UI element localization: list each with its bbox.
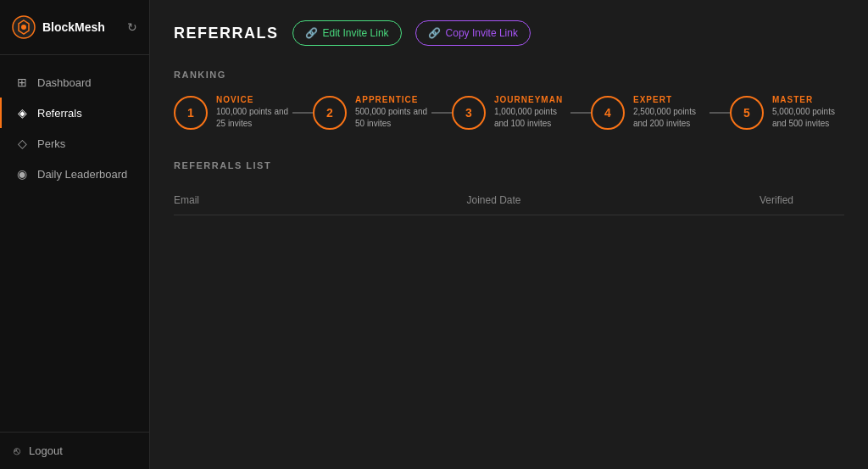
copy-btn-label: Copy Invite Link — [446, 27, 518, 39]
rank-circle-3: 3 — [452, 96, 486, 130]
sidebar-header: BlockMesh ↻ — [0, 0, 149, 55]
rank-name-3: JOURNEYMAN — [494, 95, 570, 104]
main-content: REFERRALS 🔗 Edit Invite Link 🔗 Copy Invi… — [150, 0, 868, 469]
rank-item-1: 1 NOVICE 100,000 points and 25 invites — [174, 95, 292, 130]
logout-button[interactable]: ⎋ Logout — [14, 444, 136, 457]
svg-point-2 — [21, 25, 26, 30]
logout-icon: ⎋ — [14, 444, 20, 457]
rank-desc-4: 2,500,000 points and 200 invites — [633, 106, 709, 130]
ranking-label: RANKING — [174, 70, 844, 80]
rank-info-5: MASTER 5,000,000 points and 500 invites — [772, 95, 844, 130]
rank-desc-2: 500,000 points and 50 invites — [355, 106, 431, 130]
sidebar-item-label: Daily Leaderboard — [37, 168, 127, 181]
rank-info-2: APPRENTICE 500,000 points and 50 invites — [355, 95, 431, 130]
refresh-icon[interactable]: ↻ — [127, 20, 137, 34]
rank-name-1: NOVICE — [216, 95, 292, 104]
rank-circle-2: 2 — [313, 96, 347, 130]
leaderboard-icon: ◉ — [15, 167, 29, 181]
connector-4 — [709, 112, 730, 114]
dashboard-icon: ⊞ — [15, 75, 29, 89]
rank-info-4: EXPERT 2,500,000 points and 200 invites — [633, 95, 709, 130]
rank-name-5: MASTER — [772, 95, 844, 104]
rank-desc-5: 5,000,000 points and 500 invites — [772, 106, 844, 130]
edit-invite-link-button[interactable]: 🔗 Edit Invite Link — [292, 20, 402, 46]
copy-link-icon: 🔗 — [428, 27, 441, 39]
rank-circle-5: 5 — [730, 96, 764, 130]
rank-name-2: APPRENTICE — [355, 95, 431, 104]
copy-invite-link-button[interactable]: 🔗 Copy Invite Link — [415, 20, 531, 46]
rank-desc-1: 100,000 points and 25 invites — [216, 106, 292, 130]
perks-icon: ◇ — [15, 137, 29, 150]
rank-info-1: NOVICE 100,000 points and 25 invites — [216, 95, 292, 130]
connector-2 — [431, 112, 452, 114]
rank-info-3: JOURNEYMAN 1,000,000 points and 100 invi… — [494, 95, 570, 130]
col-header-email: Email — [174, 194, 467, 206]
logo-icon — [12, 15, 36, 39]
connector-1 — [292, 112, 313, 114]
logout-label: Logout — [29, 444, 63, 457]
page-title: REFERRALS — [174, 25, 279, 42]
col-header-verified: Verified — [760, 194, 844, 206]
referrals-list-section: REFERRALS LIST Email Joined Date Verifie… — [174, 160, 844, 215]
ranking-section: RANKING 1 NOVICE 100,000 points and 25 i… — [174, 70, 844, 130]
referrals-icon: ◈ — [15, 106, 29, 120]
sidebar-item-referrals[interactable]: ◈ Referrals — [0, 98, 149, 128]
sidebar-item-label: Referrals — [37, 107, 82, 120]
rank-desc-3: 1,000,000 points and 100 invites — [494, 106, 570, 130]
sidebar-item-dashboard[interactable]: ⊞ Dashboard — [0, 67, 149, 98]
rank-item-5: 5 MASTER 5,000,000 points and 500 invite… — [730, 95, 844, 130]
table-header: Email Joined Date Verified — [174, 186, 844, 215]
rank-name-4: EXPERT — [633, 95, 709, 104]
sidebar-item-label: Perks — [37, 137, 65, 150]
connector-3 — [570, 112, 591, 114]
referrals-list-label: REFERRALS LIST — [174, 160, 844, 170]
rank-circle-1: 1 — [174, 96, 208, 130]
logo-area: BlockMesh — [12, 15, 105, 39]
edit-btn-label: Edit Invite Link — [323, 27, 389, 39]
page-header: REFERRALS 🔗 Edit Invite Link 🔗 Copy Invi… — [174, 20, 844, 46]
sidebar-nav: ⊞ Dashboard ◈ Referrals ◇ Perks ◉ Daily … — [0, 55, 149, 432]
ranking-track: 1 NOVICE 100,000 points and 25 invites 2… — [174, 95, 844, 130]
sidebar-item-label: Dashboard — [37, 76, 92, 89]
rank-item-3: 3 JOURNEYMAN 1,000,000 points and 100 in… — [452, 95, 570, 130]
rank-item-2: 2 APPRENTICE 500,000 points and 50 invit… — [313, 95, 431, 130]
edit-link-icon: 🔗 — [305, 27, 318, 39]
sidebar-footer: ⎋ Logout — [0, 432, 149, 469]
col-header-joined: Joined Date — [467, 194, 760, 206]
rank-circle-4: 4 — [591, 96, 625, 130]
sidebar: BlockMesh ↻ ⊞ Dashboard ◈ Referrals ◇ Pe… — [0, 0, 150, 469]
sidebar-item-leaderboard[interactable]: ◉ Daily Leaderboard — [0, 159, 149, 189]
sidebar-item-perks[interactable]: ◇ Perks — [0, 128, 149, 159]
rank-item-4: 4 EXPERT 2,500,000 points and 200 invite… — [591, 95, 709, 130]
app-name: BlockMesh — [42, 20, 105, 34]
